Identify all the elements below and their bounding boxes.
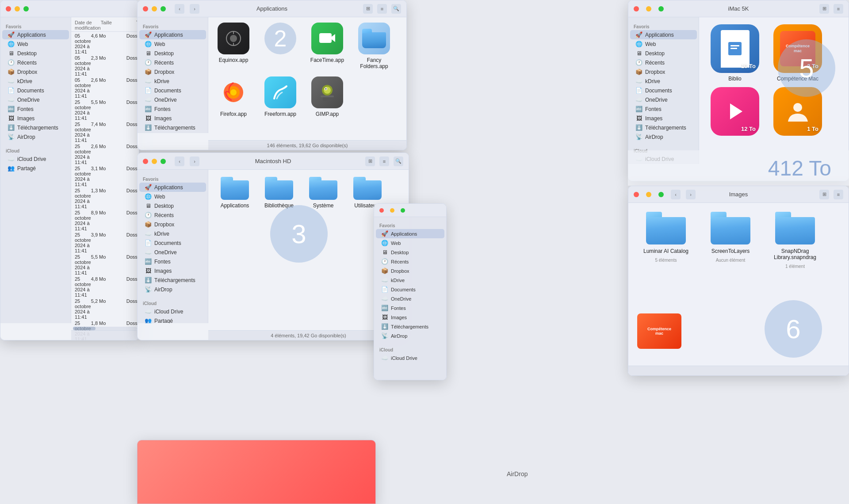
imac-sidebar-images[interactable]: 🖼 Images: [630, 114, 697, 123]
imac-close-btn[interactable]: [634, 6, 639, 11]
machd-sidebar-documents[interactable]: 📄 Documents: [139, 238, 206, 248]
sidebarwin-close[interactable]: [379, 208, 384, 213]
images-sort-btn[interactable]: ≡: [834, 190, 843, 199]
apps-sidebar-web[interactable]: 🌐 Web: [139, 39, 206, 49]
file-row[interactable]: 25 octobre 2024 à 11:417,4 MoDossier: [71, 121, 139, 143]
imac-minimize-btn[interactable]: [646, 6, 651, 11]
imac-sidebar-recents[interactable]: 🕐 Récents: [630, 58, 697, 67]
images-view-btn[interactable]: ⊞: [819, 190, 829, 199]
sidebarwin-icloud-drive[interactable]: ☁️ iCloud Drive: [376, 353, 444, 363]
sidebar-item-applications[interactable]: 🚀 Applications: [2, 30, 69, 39]
sidebarwin-airdrop[interactable]: 📡 AirDrop: [376, 331, 444, 340]
imac-sidebar-fontes[interactable]: 🔤 Fontes: [630, 104, 697, 114]
file-row[interactable]: 25 octobre 2024 à 11:415,5 MoDossier: [71, 254, 139, 276]
imac-sidebar-telechargements[interactable]: ⬇️ Téléchargements: [630, 123, 697, 132]
machd-back-btn[interactable]: ‹: [175, 157, 184, 166]
sidebar-item-telechargements[interactable]: ⬇️ Téléchargements: [2, 123, 69, 132]
imac-sidebar-kdrive[interactable]: ☁️ kDrive: [630, 76, 697, 86]
folder-applications[interactable]: Applications: [217, 177, 252, 209]
apps-sidebar-images[interactable]: 🖼 Images: [139, 114, 206, 123]
sidebarwin-documents[interactable]: 📄 Documents: [376, 285, 444, 294]
sidebar-item-fontes[interactable]: 🔤 Fontes: [2, 104, 69, 114]
file-row[interactable]: 25 octobre 2024 à 11:411,3 MoDossier: [71, 187, 139, 210]
sidebar-item-images[interactable]: 🖼 Images: [2, 114, 69, 123]
machd-minimize-btn[interactable]: [152, 159, 157, 164]
app-freeform[interactable]: Freeform.app: [260, 76, 300, 117]
images-maximize-btn[interactable]: [658, 192, 664, 197]
imac-sidebar-web[interactable]: 🌐 Web: [630, 39, 697, 49]
sidebarwin-recents[interactable]: 🕐 Récents: [376, 257, 444, 266]
apps-sidebar-dropbox[interactable]: 📦 Dropbox: [139, 67, 206, 76]
machd-sidebar-airdrop[interactable]: 📡 AirDrop: [139, 285, 206, 294]
machd-sidebar-partage[interactable]: 👥 Partagé: [139, 316, 206, 323]
folder-systeme[interactable]: Système: [306, 177, 341, 209]
sidebar-item-documents[interactable]: 📄 Documents: [2, 86, 69, 95]
machd-view-btn[interactable]: ⊞: [365, 157, 375, 166]
apps-sidebar-airdrop[interactable]: 📡 AirDrop: [139, 132, 206, 133]
apps-view-btn[interactable]: ⊞: [363, 4, 373, 14]
app-placeholder-2[interactable]: 2: [260, 23, 300, 69]
apps-sidebar-documents[interactable]: 📄 Documents: [139, 86, 206, 95]
sidebarwin-onedrive[interactable]: ☁️ OneDrive: [376, 294, 444, 303]
imac-maximize-btn[interactable]: [658, 6, 664, 11]
imac-sidebar-airdrop[interactable]: 📡 AirDrop: [630, 132, 697, 141]
machd-sidebar-icloud-drive[interactable]: ☁️ iCloud Drive: [139, 307, 206, 316]
imac-sort-btn[interactable]: ≡: [834, 4, 843, 14]
close-btn[interactable]: [6, 6, 11, 11]
machd-sort-btn[interactable]: ≡: [379, 157, 389, 166]
sidebarwin-kdrive[interactable]: ☁️ kDrive: [376, 275, 444, 285]
machd-sidebar-web[interactable]: 🌐 Web: [139, 192, 206, 201]
folder-bibliotheque[interactable]: Bibliothèque: [261, 177, 297, 209]
machd-sidebar-desktop[interactable]: 🖥 Desktop: [139, 201, 206, 210]
file-row[interactable]: 05 octobre 2024 à 11:414,6 MoDossier: [71, 33, 139, 55]
machd-sidebar-onedrive[interactable]: ☁️ OneDrive: [139, 248, 206, 257]
app-tile-orange[interactable]: 1 To: [769, 87, 826, 138]
sidebar-item-icloud-drive[interactable]: ☁️ iCloud Drive: [2, 154, 69, 164]
imac-sidebar-onedrive[interactable]: ☁️ OneDrive: [630, 95, 697, 104]
machd-sidebar-kdrive[interactable]: ☁️ kDrive: [139, 229, 206, 238]
sidebarwin-minimize[interactable]: [390, 208, 394, 213]
sidebar-item-dropbox[interactable]: 📦 Dropbox: [2, 67, 69, 76]
sidebar-item-onedrive[interactable]: ☁️ OneDrive: [2, 95, 69, 104]
imac-sidebar-applications[interactable]: 🚀 Applications: [630, 30, 697, 39]
file-row[interactable]: 25 octobre 2024 à 11:418,9 MoDossier: [71, 210, 139, 232]
apps-maximize-btn[interactable]: [161, 6, 166, 11]
sidebar-item-recents[interactable]: 🕐 Récents: [2, 58, 69, 67]
apps-forward-btn[interactable]: ›: [190, 4, 199, 14]
comp-mac-thumb[interactable]: Compétencemac: [637, 313, 681, 349]
file-row[interactable]: 25 octobre 2024 à 11:413,1 MoDossier: [71, 165, 139, 187]
file-row[interactable]: 25 octobre 2024 à 11:412,6 MoDossier: [71, 143, 139, 165]
file-row[interactable]: 25 octobre 2024 à 11:413,9 MoDossier: [71, 232, 139, 254]
sidebar-item-airdrop[interactable]: 📡 AirDrop: [2, 132, 69, 141]
app-firefox[interactable]: Firefox.app: [214, 76, 253, 117]
imac-sidebar-dropbox[interactable]: 📦 Dropbox: [630, 67, 697, 76]
apps-sidebar-telechargements[interactable]: ⬇️ Téléchargements: [139, 123, 206, 132]
sidebarwin-telechargements[interactable]: ⬇️ Téléchargements: [376, 322, 444, 331]
apps-sidebar-kdrive[interactable]: ☁️ kDrive: [139, 76, 206, 86]
images-close-btn[interactable]: [634, 192, 639, 197]
apps-sort-btn[interactable]: ≡: [377, 4, 387, 14]
minimize-btn[interactable]: [15, 6, 20, 11]
imac-sidebar-documents[interactable]: 📄 Documents: [630, 86, 697, 95]
file-row[interactable]: 05 octobre 2024 à 11:412,6 MoDossier: [71, 77, 139, 99]
app-gimp[interactable]: GIMP.app: [307, 76, 347, 117]
apps-sidebar-fontes[interactable]: 🔤 Fontes: [139, 104, 206, 114]
apps-sidebar-applications[interactable]: 🚀 Applications: [139, 30, 206, 39]
file-row[interactable]: 25 octobre 2024 à 11:414,8 MoDossier: [71, 276, 139, 298]
apps-close-btn[interactable]: [143, 6, 148, 11]
sidebar-item-desktop[interactable]: 🖥 Desktop: [2, 49, 69, 58]
apps-sidebar-desktop[interactable]: 🖥 Desktop: [139, 49, 206, 58]
sidebarwin-web[interactable]: 🌐 Web: [376, 238, 444, 248]
app-tile-infuse[interactable]: 12 To: [706, 87, 764, 138]
apps-minimize-btn[interactable]: [152, 6, 157, 11]
sidebarwin-images[interactable]: 🖼 Images: [376, 313, 444, 322]
app-tile-comp-mac[interactable]: Compétencemac 2 To Compétence Mac: [769, 24, 826, 82]
images-back-btn[interactable]: ‹: [671, 190, 681, 199]
machd-maximize-btn[interactable]: [161, 159, 166, 164]
machd-search-btn[interactable]: 🔍: [394, 157, 403, 166]
images-minimize-btn[interactable]: [646, 192, 651, 197]
file-row[interactable]: 05 octobre 2024 à 11:412,3 MoDossier: [71, 55, 139, 77]
imac-view-btn[interactable]: ⊞: [819, 4, 829, 14]
machd-sidebar-fontes[interactable]: 🔤 Fontes: [139, 257, 206, 266]
machd-forward-btn[interactable]: ›: [190, 157, 199, 166]
